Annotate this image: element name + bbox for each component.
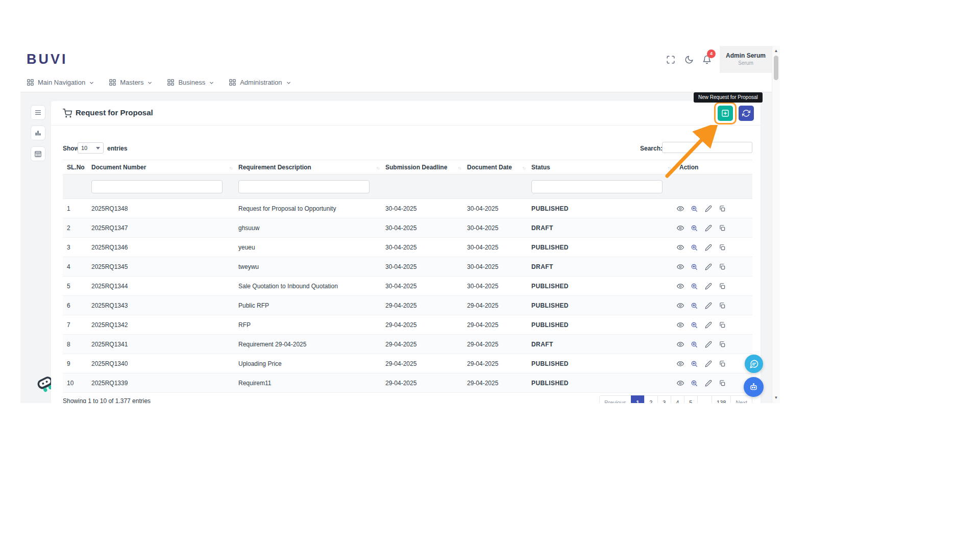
column-header-document-number[interactable]: ↑↓Document Number: [87, 160, 234, 174]
view-icon[interactable]: [677, 263, 684, 270]
filter-input-requirement-description[interactable]: [238, 180, 370, 193]
edit-icon[interactable]: [705, 380, 712, 387]
page-button-item[interactable]: ...: [697, 395, 712, 403]
zoom-in-icon[interactable]: [691, 205, 698, 212]
scroll-down-arrow[interactable]: ▼: [772, 394, 780, 402]
search-input[interactable]: [662, 142, 752, 153]
fullscreen-button[interactable]: [666, 55, 675, 64]
nav-item-masters[interactable]: Masters: [109, 79, 153, 86]
edit-icon[interactable]: [705, 263, 712, 270]
copy-icon[interactable]: [719, 321, 726, 329]
sidebar-list-button[interactable]: [31, 105, 45, 120]
zoom-in-icon[interactable]: [691, 360, 698, 367]
page-button-5[interactable]: 5: [684, 395, 698, 403]
page-button-1[interactable]: 1: [631, 395, 645, 403]
edit-icon[interactable]: [705, 321, 712, 329]
filter-cell-requirement-description: [234, 174, 381, 199]
copy-icon[interactable]: [719, 341, 726, 348]
filter-cell-document-date: [463, 174, 527, 199]
edit-icon[interactable]: [705, 224, 712, 232]
dark-mode-button[interactable]: [684, 55, 694, 64]
copy-icon[interactable]: [719, 360, 726, 367]
copy-icon[interactable]: [719, 205, 726, 212]
page-button-previous[interactable]: Previous: [599, 395, 631, 403]
view-icon[interactable]: [677, 244, 684, 251]
sort-icon[interactable]: ↑↓: [522, 166, 525, 170]
column-header-submission-deadline[interactable]: ↑↓Submission Deadline: [381, 160, 463, 174]
copy-icon[interactable]: [719, 263, 726, 270]
view-icon[interactable]: [677, 283, 684, 290]
edit-icon[interactable]: [705, 360, 712, 367]
copy-icon[interactable]: [719, 224, 726, 232]
fullscreen-icon: [666, 55, 675, 64]
table-filter-row: [63, 174, 752, 199]
edit-icon[interactable]: [705, 244, 712, 251]
cell-document-date: 29-04-2025: [463, 373, 527, 393]
view-icon[interactable]: [677, 380, 684, 387]
column-header-document-date[interactable]: ↑↓Document Date: [463, 160, 527, 174]
nav-item-label: Masters: [120, 79, 143, 86]
page-size-select[interactable]: 10: [78, 142, 104, 154]
cell-document-number: 2025RQ1345: [87, 257, 234, 277]
page-button-2[interactable]: 2: [644, 395, 658, 403]
new-rfp-button[interactable]: [718, 106, 733, 121]
nav-item-main-navigation[interactable]: Main Navigation: [27, 79, 94, 86]
entries-label: entries: [107, 145, 127, 152]
sort-icon[interactable]: ↑↓: [376, 166, 379, 170]
table-row: 2 2025RQ1347 ghsuuw 30-04-2025 30-04-202…: [63, 218, 752, 238]
nav-item-business[interactable]: Business: [167, 79, 214, 86]
refresh-button[interactable]: [739, 106, 754, 121]
page-button-138[interactable]: 138: [712, 395, 731, 403]
sort-icon[interactable]: ↑↓: [668, 166, 671, 170]
zoom-in-icon[interactable]: [691, 224, 698, 232]
chat-fab-button[interactable]: [745, 355, 763, 373]
zoom-in-icon[interactable]: [691, 302, 698, 309]
cell-status: PUBLISHED: [527, 238, 673, 257]
nav-item-administration[interactable]: Administration: [229, 79, 291, 86]
copy-icon[interactable]: [719, 283, 726, 290]
view-icon[interactable]: [677, 224, 684, 232]
content-area: Request for Proposal Show 10 entrie: [20, 92, 772, 403]
edit-icon[interactable]: [705, 341, 712, 348]
robot-icon: [749, 382, 758, 392]
copy-icon[interactable]: [719, 302, 726, 309]
view-icon[interactable]: [677, 360, 684, 367]
sort-icon[interactable]: ↑↓: [458, 166, 461, 170]
edit-icon[interactable]: [705, 205, 712, 212]
zoom-in-icon[interactable]: [691, 283, 698, 290]
chevron-down-icon: [89, 80, 94, 86]
view-icon[interactable]: [677, 341, 684, 348]
sidebar-table-button[interactable]: [31, 146, 45, 161]
cell-document-date: 29-04-2025: [463, 335, 527, 354]
page-button-4[interactable]: 4: [671, 395, 684, 403]
zoom-in-icon[interactable]: [691, 263, 698, 270]
edit-icon[interactable]: [705, 302, 712, 309]
assistant-fab-button[interactable]: [744, 377, 764, 397]
cell-document-number: 2025RQ1343: [87, 296, 234, 315]
zoom-in-icon[interactable]: [691, 244, 698, 251]
zoom-in-icon[interactable]: [691, 380, 698, 387]
cell-description: ghsuuw: [234, 218, 381, 238]
edit-icon[interactable]: [705, 283, 712, 290]
sort-icon[interactable]: ↑↓: [229, 166, 232, 170]
scrollbar-track[interactable]: ▲ ▼: [772, 46, 780, 403]
filter-input-document-number[interactable]: [91, 180, 223, 193]
view-icon[interactable]: [677, 321, 684, 329]
page-button-next[interactable]: Next: [730, 395, 752, 403]
zoom-in-icon[interactable]: [691, 341, 698, 348]
column-header-sl-no[interactable]: ↑↓SL.No: [63, 160, 87, 174]
filter-input-status[interactable]: [531, 180, 663, 193]
scroll-up-arrow[interactable]: ▲: [772, 47, 780, 55]
column-header-status[interactable]: ↑↓Status: [527, 160, 673, 174]
column-header-requirement-description[interactable]: ↑↓Requirement Description: [234, 160, 381, 174]
view-icon[interactable]: [677, 302, 684, 309]
copy-icon[interactable]: [719, 380, 726, 387]
sidebar-chart-button[interactable]: [31, 126, 45, 140]
scrollbar-thumb[interactable]: [774, 56, 778, 80]
zoom-in-icon[interactable]: [691, 321, 698, 329]
view-icon[interactable]: [677, 205, 684, 212]
user-menu[interactable]: Admin Serum Serum: [720, 46, 772, 73]
grid-icon: [167, 79, 175, 86]
page-button-3[interactable]: 3: [657, 395, 671, 403]
copy-icon[interactable]: [719, 244, 726, 251]
